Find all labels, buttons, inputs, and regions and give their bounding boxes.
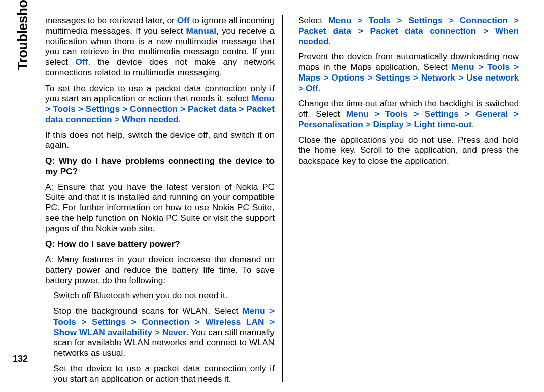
path-separator: > <box>369 109 385 119</box>
path-separator: > <box>351 26 370 36</box>
page-number: 132 <box>13 354 28 364</box>
paragraph: Change the time-out after which the back… <box>298 98 519 129</box>
menu-path: Personalisation <box>298 119 363 129</box>
menu-path: When needed <box>122 114 178 124</box>
menu-path: Settings <box>408 15 442 25</box>
menu-path: Menu <box>243 306 265 316</box>
text: . <box>318 83 321 93</box>
path-separator: > <box>404 119 414 129</box>
menu-path: General <box>475 109 508 119</box>
text: . <box>472 119 474 129</box>
path-separator: > <box>363 119 373 129</box>
paragraph: messages to be retrieved later, or Off t… <box>45 15 275 78</box>
path-separator: > <box>474 62 488 72</box>
path-separator: > <box>351 15 368 25</box>
ui-value-off: Off <box>75 57 88 67</box>
text: To set the device to use a packet data c… <box>45 83 275 104</box>
menu-path: Connection <box>130 104 178 114</box>
menu-path: Network <box>421 72 455 83</box>
ui-value-manual: Manual <box>186 26 217 36</box>
menu-path: Menu <box>451 62 474 72</box>
content-columns: messages to be retrieved later, or Off t… <box>45 15 524 382</box>
menu-path: Tools <box>53 317 76 327</box>
answer: A: Ensure that you have the latest versi… <box>45 182 275 234</box>
column-right: Select Menu > Tools > Settings > Connect… <box>282 15 519 382</box>
path-separator: > <box>443 15 460 25</box>
menu-path: Menu <box>346 109 369 119</box>
path-separator: > <box>510 62 519 72</box>
path-separator: > <box>265 306 275 316</box>
paragraph: If this does not help, switch the device… <box>45 130 275 151</box>
path-separator: > <box>408 109 425 119</box>
page: Troubleshooting 132 messages to be retri… <box>0 0 544 392</box>
ui-value-off: Off <box>177 15 190 25</box>
menu-path: Packet data <box>188 104 236 114</box>
path-separator: > <box>76 104 86 114</box>
paragraph: To set the device to use a packet data c… <box>45 83 275 125</box>
menu-path: Options <box>331 72 364 83</box>
question: Q: How do I save battery power? <box>45 239 275 249</box>
paragraph: Close the applications you do not use. P… <box>298 135 519 166</box>
path-separator: > <box>459 109 475 119</box>
menu-path: Settings <box>86 104 120 114</box>
question: Q: Why do I have problems connecting the… <box>45 155 275 177</box>
menu-path: Show WLAN availability <box>53 327 152 337</box>
text: messages to be retrieved later, or <box>45 15 177 25</box>
menu-path: Never <box>162 327 186 337</box>
menu-path: Packet data connection <box>370 26 477 36</box>
path-separator: > <box>476 26 495 36</box>
menu-path: Use network <box>466 72 519 83</box>
menu-path: Settings <box>92 317 126 327</box>
path-separator: > <box>508 15 519 25</box>
path-separator: > <box>320 72 331 83</box>
menu-path: Tools <box>368 15 391 25</box>
answer: A: Many features in your device increase… <box>45 254 275 285</box>
paragraph: Select Menu > Tools > Settings > Connect… <box>298 15 519 46</box>
path-separator: > <box>365 72 376 83</box>
menu-path: Tools <box>385 109 408 119</box>
text: . <box>329 36 331 46</box>
path-separator: > <box>189 317 205 327</box>
menu-path: Menu <box>252 93 275 103</box>
menu-path: Tools <box>53 104 76 114</box>
path-separator: > <box>120 104 130 114</box>
path-separator: > <box>391 15 408 25</box>
paragraph: Prevent the device from automatically do… <box>298 51 519 93</box>
list-item: Set the device to use a packet data conn… <box>53 363 275 384</box>
path-separator: > <box>264 317 275 327</box>
menu-path: Maps <box>298 72 320 83</box>
path-separator: > <box>76 317 92 327</box>
column-left: messages to be retrieved later, or Off t… <box>45 15 282 382</box>
list-item: Switch off Bluetooth when you do not nee… <box>53 290 275 301</box>
path-separator: > <box>455 72 466 83</box>
menu-path: Menu <box>328 15 351 25</box>
text: . <box>179 114 181 124</box>
section-title: Troubleshooting <box>15 0 31 70</box>
menu-path: Light time-out <box>414 119 472 129</box>
list-item: Stop the background scans for WLAN. Sele… <box>53 306 275 358</box>
menu-path: Wireless LAN <box>205 317 264 327</box>
menu-path: Display <box>373 119 403 129</box>
menu-path: Settings <box>425 109 459 119</box>
path-separator: > <box>45 104 53 114</box>
menu-path: Connection <box>142 317 189 327</box>
menu-path: Connection <box>460 15 508 25</box>
path-separator: > <box>152 327 162 337</box>
path-separator: > <box>410 72 421 83</box>
menu-path: Packet data <box>298 26 351 36</box>
menu-path: Tools <box>487 62 510 72</box>
text: Select <box>298 15 328 25</box>
path-separator: > <box>126 317 142 327</box>
path-separator: > <box>112 114 122 124</box>
path-separator: > <box>298 83 306 93</box>
text: Stop the background scans for WLAN. Sele… <box>53 306 243 316</box>
path-separator: > <box>508 109 519 119</box>
menu-path: Off <box>306 83 318 93</box>
path-separator: > <box>178 104 188 114</box>
menu-path: Settings <box>376 72 410 83</box>
path-separator: > <box>236 104 246 114</box>
